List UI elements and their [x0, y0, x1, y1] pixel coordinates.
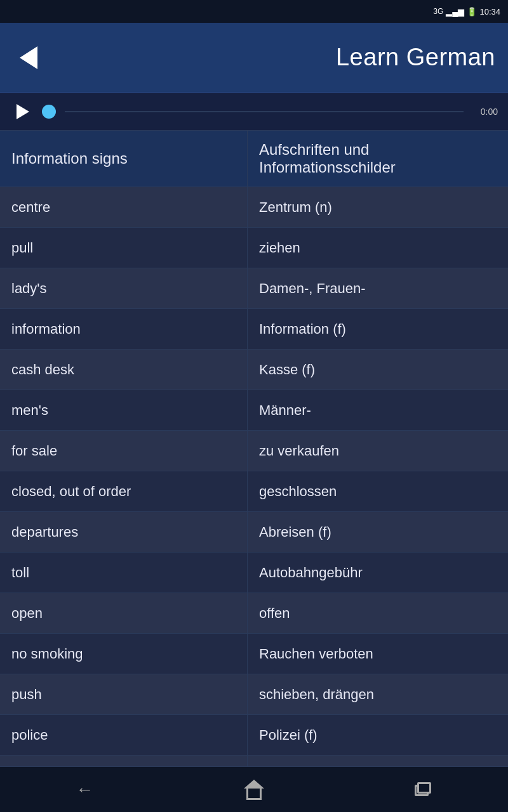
table-row[interactable]: lady'sDamen-, Frauen- [0, 268, 508, 309]
cell-german: Polizei (f) [248, 715, 508, 755]
cell-english: toll [0, 553, 248, 593]
cell-english: pull [0, 228, 248, 268]
table-row[interactable]: openoffen [0, 593, 508, 634]
play-icon [17, 104, 29, 119]
cell-german: Damen-, Frauen- [248, 268, 508, 308]
table-row[interactable]: Information signsAufschriften und Inform… [0, 131, 508, 187]
table-row[interactable]: policePolizei (f) [0, 715, 508, 756]
cell-english: men's [0, 390, 248, 430]
cell-english: open [0, 593, 248, 633]
cell-english: cash desk [0, 350, 248, 390]
cell-german: Information (f) [248, 309, 508, 349]
cell-german: Autobahngebühr [248, 553, 508, 593]
cell-english: centre [0, 187, 248, 227]
cell-german: Männer- [248, 390, 508, 430]
table-row[interactable]: no entryÜbergang verboten (kein Übergang… [0, 756, 508, 766]
nav-back-button[interactable]: ← [65, 771, 104, 809]
cell-english: Information signs [0, 131, 248, 187]
cell-english: push [0, 674, 248, 714]
cell-english: for sale [0, 431, 248, 471]
table-row[interactable]: for salezu verkaufen [0, 431, 508, 471]
progress-track[interactable] [65, 111, 464, 112]
signal-bars: ▂▄▆ [446, 7, 464, 16]
cell-german: Zentrum (n) [248, 187, 508, 227]
table-row[interactable]: pushschieben, drängen [0, 674, 508, 715]
table-row[interactable]: tollAutobahngebühr [0, 553, 508, 593]
cell-english: information [0, 309, 248, 349]
cell-english: closed, out of order [0, 471, 248, 511]
time-display: 10:34 [479, 7, 500, 16]
cell-german: Rauchen verboten [248, 634, 508, 674]
cell-german: geschlossen [248, 471, 508, 511]
cell-german: zu verkaufen [248, 431, 508, 471]
table-row[interactable]: closed, out of ordergeschlossen [0, 471, 508, 512]
table-row[interactable]: centreZentrum (n) [0, 187, 508, 228]
signal-icon: 3G [433, 7, 443, 16]
play-button[interactable] [10, 100, 33, 123]
cell-german: Abreisen (f) [248, 512, 508, 552]
back-arrow-icon [20, 46, 37, 69]
table-row[interactable]: informationInformation (f) [0, 309, 508, 350]
table-row[interactable]: cash deskKasse (f) [0, 350, 508, 390]
page-title: Learn German [44, 44, 495, 71]
time-label: 0:00 [472, 107, 498, 117]
cell-german: schieben, drängen [248, 674, 508, 714]
cell-german: ziehen [248, 228, 508, 268]
status-icons: 3G ▂▄▆ 🔋 10:34 [433, 7, 500, 16]
nav-bar: ← [0, 766, 508, 812]
cell-german: Aufschriften und Informationsschilder [248, 131, 508, 187]
cell-english: no entry [0, 756, 248, 766]
cell-english: no smoking [0, 634, 248, 674]
cell-english: departures [0, 512, 248, 552]
back-button[interactable] [13, 42, 44, 74]
cell-german: Kasse (f) [248, 350, 508, 390]
nav-back-icon: ← [76, 780, 93, 800]
cell-english: lady's [0, 268, 248, 308]
nav-home-button[interactable] [235, 771, 273, 809]
nav-recents-button[interactable] [404, 771, 443, 809]
status-bar: 3G ▂▄▆ 🔋 10:34 [0, 0, 508, 23]
table-row[interactable]: departuresAbreisen (f) [0, 512, 508, 553]
progress-handle[interactable] [42, 105, 56, 119]
table-row[interactable]: no smokingRauchen verboten [0, 634, 508, 674]
table-row[interactable]: men'sMänner- [0, 390, 508, 431]
vocab-table: Information signsAufschriften und Inform… [0, 131, 508, 766]
audio-player: 0:00 [0, 93, 508, 131]
cell-english: police [0, 715, 248, 755]
cell-german: Übergang verboten (kein Übergang) [248, 756, 508, 766]
header: Learn German [0, 23, 508, 93]
battery-icon: 🔋 [467, 7, 477, 16]
table-row[interactable]: pullziehen [0, 228, 508, 268]
cell-german: offen [248, 593, 508, 633]
